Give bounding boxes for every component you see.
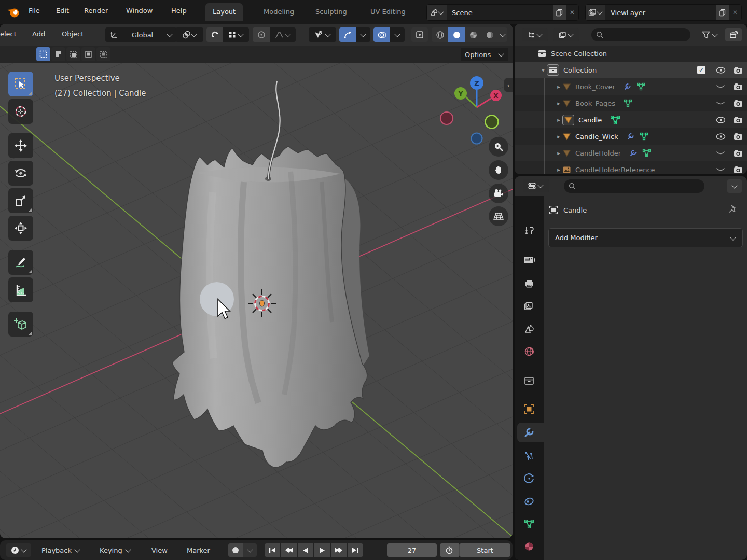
render-icon[interactable]: [732, 145, 744, 161]
tab-collection[interactable]: [515, 371, 544, 390]
tool-measure[interactable]: [8, 277, 33, 302]
use-preview-range-toggle[interactable]: [440, 543, 459, 557]
menu-select[interactable]: elect: [0, 30, 17, 38]
shading-dropdown[interactable]: [498, 27, 507, 42]
expander-icon[interactable]: ▸: [555, 83, 562, 90]
menu-file[interactable]: File: [29, 7, 40, 15]
menu-help[interactable]: Help: [171, 7, 187, 15]
marker-menu[interactable]: Marker: [187, 543, 210, 557]
transform-orientation-dropdown[interactable]: Global: [105, 27, 177, 42]
object-label[interactable]: Book_Pages: [575, 100, 615, 107]
tool-transform[interactable]: [8, 216, 33, 241]
remove-viewlayer-icon[interactable]: ✕: [729, 9, 741, 16]
jump-to-start-button[interactable]: [265, 543, 280, 557]
tool-cursor[interactable]: [8, 99, 33, 124]
outliner-row-book-pages[interactable]: ▸ Book_Pages: [515, 95, 747, 111]
hide-icon-closed[interactable]: [714, 78, 727, 95]
scene-selector[interactable]: Scene ✕: [426, 4, 579, 21]
new-scene-icon[interactable]: [553, 5, 566, 20]
tool-rotate[interactable]: [8, 161, 33, 186]
tab-object-data[interactable]: [515, 514, 544, 534]
xray-toggle[interactable]: [411, 27, 428, 42]
next-keyframe-button[interactable]: [331, 543, 347, 557]
tab-material[interactable]: [515, 537, 544, 556]
hide-icon-closed[interactable]: [714, 95, 727, 111]
render-icon[interactable]: [732, 95, 744, 111]
viewlayer-selector[interactable]: ViewLayer ✕: [585, 4, 742, 21]
collection-expander-icon[interactable]: ▾: [540, 67, 547, 74]
collection-checkbox[interactable]: ✓: [696, 62, 707, 78]
collection-label[interactable]: Collection: [563, 66, 597, 74]
tool-annotate[interactable]: [8, 250, 33, 275]
expander-icon[interactable]: ▸: [555, 133, 562, 140]
select-mode-subtract[interactable]: [66, 47, 80, 61]
tab-particles[interactable]: [515, 446, 544, 466]
scene-name[interactable]: Scene: [447, 9, 553, 17]
gizmo-neg-x-axis[interactable]: [440, 112, 453, 124]
tab-object[interactable]: [515, 399, 544, 419]
expander-icon[interactable]: ▸: [555, 166, 562, 173]
shading-solid-button[interactable]: [448, 27, 465, 42]
tab-tool[interactable]: [515, 221, 544, 241]
select-mode-invert[interactable]: [81, 47, 95, 61]
tab-render[interactable]: [515, 250, 544, 270]
select-mode-intersect[interactable]: [96, 47, 110, 61]
jump-to-end-button[interactable]: [348, 543, 363, 557]
camera-view-button[interactable]: [489, 184, 508, 203]
overlays-dropdown[interactable]: [390, 27, 405, 42]
expander-icon[interactable]: ▸: [555, 150, 562, 157]
proportional-falloff-dropdown[interactable]: [270, 27, 296, 42]
pan-button[interactable]: [489, 160, 508, 180]
unlink-scene-icon[interactable]: ✕: [566, 9, 578, 16]
gizmo-neg-y-axis[interactable]: [486, 116, 499, 129]
hide-icon-open[interactable]: [714, 128, 727, 145]
tool-scale[interactable]: [8, 188, 33, 213]
scene-icon[interactable]: [427, 5, 447, 20]
tool-add-cube[interactable]: [8, 312, 33, 337]
new-viewlayer-icon[interactable]: [716, 5, 729, 20]
auto-keying-toggle[interactable]: [228, 543, 243, 557]
viewport-3d-region[interactable]: User Perspective (27) Collection | Candl…: [0, 63, 513, 538]
play-reverse-button[interactable]: [298, 543, 313, 557]
outliner-row-candle-wick[interactable]: ▸ Candle_Wick: [515, 128, 747, 145]
auto-keying-dropdown[interactable]: [243, 543, 257, 557]
object-label[interactable]: Candle: [578, 116, 602, 124]
outliner-row-scene-collection[interactable]: Scene Collection: [515, 45, 747, 62]
breadcrumb-object-name[interactable]: Candle: [563, 206, 587, 214]
render-icon[interactable]: [732, 161, 744, 174]
play-button[interactable]: [314, 543, 330, 557]
scene-collection-label[interactable]: Scene Collection: [551, 50, 607, 58]
workspace-tab-uv-editing[interactable]: UV Editing: [363, 3, 413, 21]
start-frame-field[interactable]: Start: [459, 543, 510, 557]
tab-scene[interactable]: [515, 319, 544, 339]
properties-options-dropdown[interactable]: [727, 179, 742, 193]
hide-icon-open[interactable]: [714, 111, 727, 128]
workspace-tab-modeling[interactable]: Modeling: [256, 3, 301, 21]
prev-keyframe-button[interactable]: [281, 543, 297, 557]
add-modifier-dropdown[interactable]: Add Modifier: [548, 228, 743, 247]
expander-icon[interactable]: ▸: [555, 117, 562, 123]
properties-editor-type-dropdown[interactable]: [523, 179, 549, 192]
render-icon[interactable]: [732, 78, 744, 95]
gizmo-neg-z-axis[interactable]: [472, 133, 482, 144]
scene-canvas[interactable]: [0, 63, 513, 538]
orthographic-toggle-button[interactable]: [489, 206, 508, 226]
pin-icon[interactable]: [727, 204, 738, 215]
object-label[interactable]: CandleHolderReference: [575, 166, 655, 174]
menu-window[interactable]: Window: [126, 7, 153, 15]
hide-icon-closed[interactable]: [714, 145, 727, 161]
current-frame-field[interactable]: 27: [387, 543, 437, 557]
outliner-row-collection[interactable]: ▾ Collection ✓: [515, 62, 747, 78]
object-label[interactable]: Candle_Wick: [575, 133, 618, 141]
playback-menu[interactable]: Playback: [42, 543, 80, 557]
render-icon[interactable]: [732, 128, 744, 145]
object-label[interactable]: CandleHolder: [575, 149, 621, 157]
select-mode-extend[interactable]: [51, 47, 65, 61]
viewlayer-name[interactable]: ViewLayer: [605, 9, 716, 17]
menu-add[interactable]: Add: [32, 30, 45, 38]
orientation-value[interactable]: Global: [118, 31, 167, 39]
outliner-filter-dropdown[interactable]: [697, 28, 722, 41]
menu-render[interactable]: Render: [84, 7, 108, 15]
view-menu[interactable]: View: [151, 543, 168, 557]
outliner-editor-type-dropdown[interactable]: [522, 28, 548, 41]
